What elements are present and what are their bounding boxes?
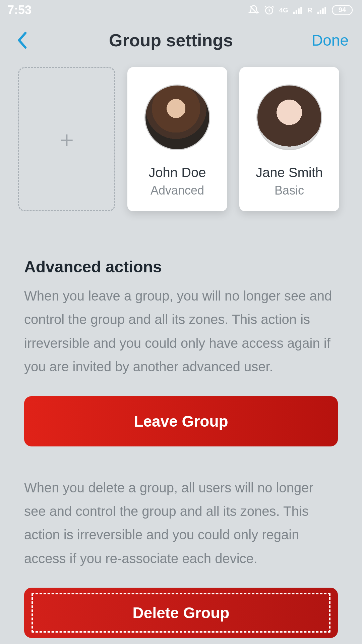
status-bar: 7:53 4G R 94 (0, 0, 362, 20)
network-r-icon: R (308, 6, 312, 14)
signal-1-icon (293, 6, 303, 14)
svg-rect-6 (320, 10, 321, 14)
member-card[interactable]: Jane Smith Basic (239, 67, 339, 211)
member-list: ＋ John Doe Advanced Jane Smith Basic (0, 67, 362, 211)
delete-group-label: Delete Group (133, 604, 230, 622)
delete-group-button[interactable]: Delete Group (24, 588, 338, 638)
member-name: John Doe (148, 165, 206, 180)
avatar (256, 85, 322, 150)
page-header: Group settings Done (0, 20, 362, 64)
status-icons: 4G R 94 (248, 5, 355, 15)
plus-icon: ＋ (55, 124, 78, 155)
done-button[interactable]: Done (312, 31, 349, 49)
chevron-left-icon (16, 31, 27, 49)
page-title: Group settings (30, 30, 312, 50)
svg-rect-4 (300, 7, 302, 14)
network-4g-icon: 4G (279, 6, 288, 14)
svg-rect-3 (298, 8, 300, 14)
svg-rect-8 (324, 7, 326, 14)
alarm-icon (264, 5, 275, 15)
svg-rect-5 (317, 12, 319, 14)
svg-rect-1 (293, 12, 295, 14)
member-role: Basic (275, 183, 304, 198)
leave-description: When you leave a group, you will no long… (24, 284, 338, 379)
status-time: 7:53 (7, 3, 32, 17)
add-member-card[interactable]: ＋ (18, 67, 115, 211)
signal-2-icon (317, 6, 327, 14)
advanced-actions-section: Advanced actions When you leave a group,… (0, 258, 362, 638)
svg-rect-7 (322, 8, 324, 14)
delete-description: When you delete a group, all users will … (24, 476, 338, 571)
avatar (144, 85, 210, 150)
leave-group-button[interactable]: Leave Group (24, 396, 338, 446)
member-card[interactable]: John Doe Advanced (127, 67, 227, 211)
member-role: Advanced (150, 183, 204, 198)
section-title: Advanced actions (24, 258, 338, 276)
leave-group-label: Leave Group (134, 412, 228, 430)
svg-rect-2 (295, 10, 297, 14)
back-button[interactable] (13, 32, 30, 49)
svg-text:94: 94 (339, 6, 346, 13)
member-name: Jane Smith (256, 165, 323, 180)
battery-icon: 94 (332, 5, 355, 15)
do-not-disturb-icon (248, 5, 259, 15)
